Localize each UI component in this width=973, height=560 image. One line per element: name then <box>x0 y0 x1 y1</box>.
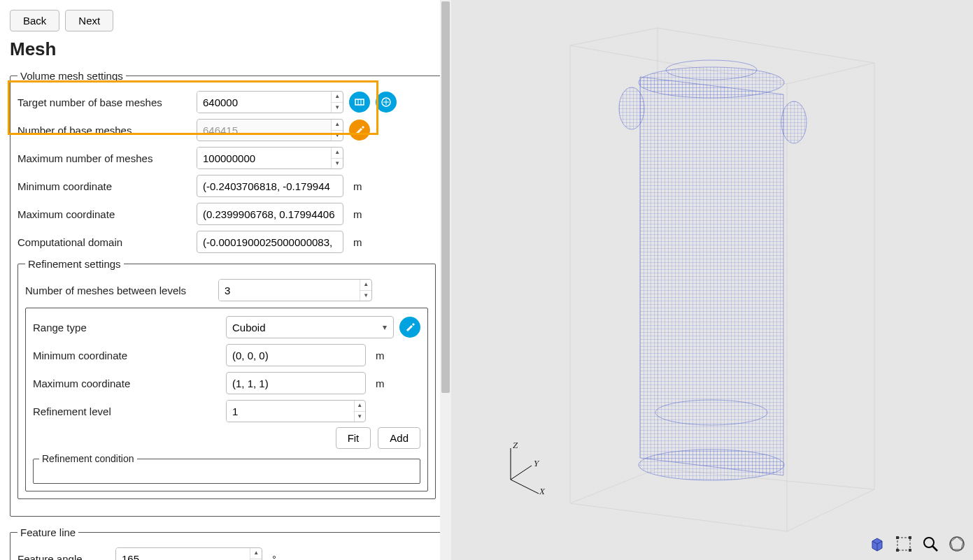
refine-min-coord-unit: m <box>376 350 385 361</box>
target-base-label: Target number of base meshes <box>17 96 191 108</box>
refinement-legend: Refinement settings <box>25 258 124 270</box>
page-title: Mesh <box>10 38 441 60</box>
refine-level-label: Refinement level <box>33 405 220 417</box>
domain-unit: m <box>353 236 362 248</box>
feature-line-fieldset: Feature line Feature angle ▲▼ ° <box>10 526 441 560</box>
num-base-label: Number of base meshes <box>17 124 191 136</box>
viewport-panel: Z Y X <box>451 0 973 560</box>
svg-line-23 <box>511 480 539 494</box>
feature-angle-spin-buttons[interactable]: ▲▼ <box>250 548 262 560</box>
svg-rect-31 <box>909 549 911 552</box>
svg-line-24 <box>511 466 532 480</box>
left-scrollbar-thumb[interactable] <box>441 1 450 393</box>
svg-rect-28 <box>896 536 899 539</box>
feature-angle-input[interactable] <box>116 548 250 560</box>
zoom-icon[interactable] <box>921 535 939 553</box>
refine-level-input[interactable] <box>227 401 354 422</box>
max-meshes-input[interactable] <box>197 148 331 168</box>
svg-point-17 <box>639 450 784 480</box>
volume-legend: Volume mesh settings <box>17 70 126 82</box>
svg-point-32 <box>924 538 934 547</box>
num-base-spin-buttons: ▲▼ <box>331 120 343 141</box>
num-between-spin-buttons[interactable]: ▲▼ <box>360 280 371 301</box>
refine-max-coord-unit: m <box>376 378 385 389</box>
volume-mesh-fieldset: Volume mesh settings Target number of ba… <box>10 70 443 517</box>
range-type-label: Range type <box>33 322 220 333</box>
svg-line-33 <box>932 546 937 551</box>
box-select-icon[interactable] <box>895 535 913 553</box>
target-spin-buttons[interactable]: ▲▼ <box>331 92 343 113</box>
feature-angle-unit: ° <box>272 553 276 561</box>
refine-level-spin-buttons[interactable]: ▲▼ <box>354 401 365 422</box>
axis-z-label: Z <box>513 440 518 451</box>
add-button[interactable]: Add <box>378 427 420 449</box>
axis-triad: Z Y X <box>493 441 549 497</box>
domain-label: Computational domain <box>17 236 191 248</box>
axis-x-label: X <box>539 486 545 497</box>
min-coord-unit: m <box>353 180 362 192</box>
optimize-icon[interactable] <box>349 92 370 113</box>
max-meshes-spinner[interactable]: ▲▼ <box>197 147 343 169</box>
axis-y-label: Y <box>534 458 539 469</box>
num-base-spinner: ▲▼ <box>197 119 343 141</box>
feature-line-legend: Feature line <box>17 526 78 538</box>
viewport-toolbar <box>868 535 966 553</box>
feature-angle-spinner[interactable]: ▲▼ <box>115 547 262 560</box>
svg-point-16 <box>639 67 784 98</box>
svg-point-19 <box>781 101 807 143</box>
max-meshes-spin-buttons[interactable]: ▲▼ <box>331 148 343 168</box>
refine-min-coord-input[interactable] <box>226 344 366 366</box>
min-coord-label: Minimum coordinate <box>17 180 191 192</box>
max-meshes-label: Maximum number of meshes <box>17 152 191 164</box>
refine-min-coord-label: Minimum coordinate <box>33 350 220 361</box>
svg-rect-27 <box>897 538 910 550</box>
refine-max-coord-input[interactable] <box>226 372 366 394</box>
target-base-spinner[interactable]: ▲▼ <box>197 91 343 113</box>
svg-rect-29 <box>909 536 911 539</box>
refinement-fieldset: Refinement settings Number of meshes bet… <box>17 258 436 499</box>
view-cube-icon[interactable] <box>868 535 886 553</box>
max-coord-unit: m <box>353 208 362 220</box>
num-between-spinner[interactable]: ▲▼ <box>218 279 372 301</box>
target-base-input[interactable] <box>197 92 331 113</box>
next-button[interactable]: Next <box>65 10 113 31</box>
range-type-select[interactable]: Cuboid <box>226 316 394 338</box>
refinement-range-group: Range type Cuboid Minimum coordinate m <box>25 308 428 491</box>
refinement-condition-legend: Refinement condition <box>39 453 137 464</box>
nav-buttons: Back Next <box>10 10 441 31</box>
min-coord-input[interactable] <box>197 175 343 197</box>
wireframe-icon[interactable] <box>948 535 966 553</box>
left-panel: Back Next Mesh Volume mesh settings Targ… <box>0 0 451 560</box>
svg-point-18 <box>619 87 644 129</box>
num-base-input <box>197 120 331 141</box>
brush-icon[interactable] <box>349 120 370 141</box>
refine-max-coord-label: Maximum coordinate <box>33 378 220 389</box>
svg-rect-0 <box>355 99 364 105</box>
range-brush-icon[interactable] <box>399 317 420 338</box>
left-scrollbar[interactable] <box>440 0 451 560</box>
max-coord-input[interactable] <box>197 203 343 225</box>
refinement-condition-fieldset: Refinement condition <box>33 453 420 484</box>
svg-rect-30 <box>896 549 899 552</box>
refine-level-spinner[interactable]: ▲▼ <box>226 400 366 422</box>
grid-icon[interactable] <box>376 92 397 113</box>
back-button[interactable]: Back <box>10 10 59 31</box>
feature-angle-label: Feature angle <box>17 553 110 561</box>
svg-point-34 <box>950 537 964 551</box>
num-between-label: Number of meshes between levels <box>25 285 213 296</box>
num-between-input[interactable] <box>219 280 360 301</box>
domain-input[interactable] <box>197 231 343 253</box>
max-coord-label: Maximum coordinate <box>17 208 191 220</box>
svg-marker-15 <box>640 77 783 475</box>
fit-button[interactable]: Fit <box>336 427 371 449</box>
